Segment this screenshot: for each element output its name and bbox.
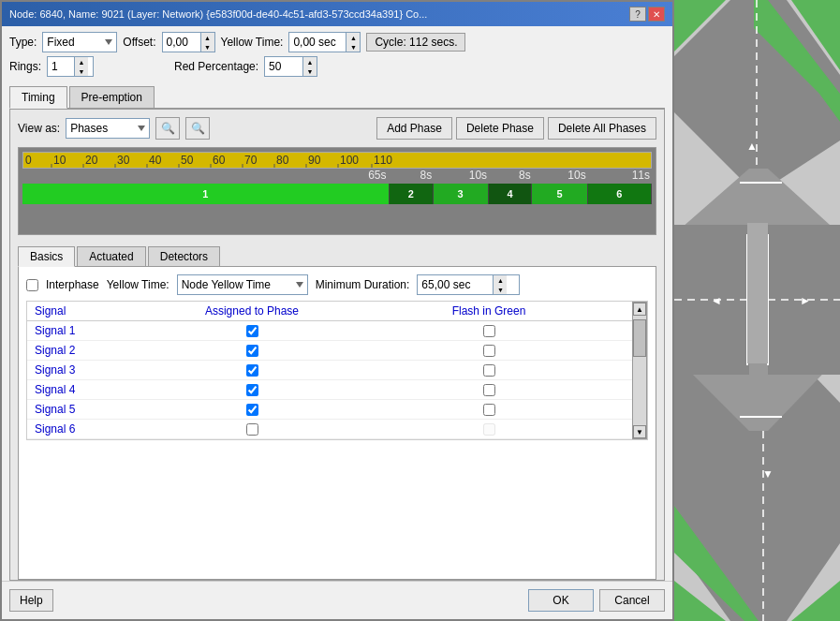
- phase-2[interactable]: 2: [390, 184, 434, 204]
- yellow-time-up[interactable]: ▲: [346, 33, 360, 42]
- min-duration-down[interactable]: ▼: [494, 285, 507, 294]
- timeline-empty: [22, 204, 652, 230]
- tab-basics[interactable]: Basics: [18, 246, 75, 267]
- offset-input[interactable]: [163, 33, 200, 52]
- window-title: Node: 6840, Name: 9021 (Layer: Network) …: [9, 8, 427, 20]
- signal-4-assigned[interactable]: [246, 384, 258, 396]
- view-as-select[interactable]: Phases Signals: [66, 118, 150, 139]
- scroll-up-btn[interactable]: ▲: [633, 303, 646, 316]
- svg-text:60: 60: [213, 154, 226, 167]
- phase-6[interactable]: 6: [588, 184, 652, 204]
- svg-text:►: ►: [800, 294, 811, 307]
- tab-detectors[interactable]: Detectors: [148, 246, 220, 266]
- zoom-in-icon: 🔍: [161, 122, 175, 135]
- signal-6-assigned[interactable]: [246, 423, 258, 436]
- svg-text:90: 90: [308, 154, 321, 167]
- zoom-out-icon: 🔍: [191, 122, 205, 135]
- intersection-graphic: ▲ ▼ ◄ ►: [674, 0, 840, 621]
- table-scrollbar[interactable]: ▲ ▼: [632, 302, 647, 439]
- signal-3-assigned[interactable]: [246, 364, 258, 377]
- offset-label: Offset:: [123, 36, 155, 49]
- svg-text:110: 110: [374, 154, 392, 167]
- interphase-checkbox[interactable]: [26, 279, 38, 291]
- tab-timing[interactable]: Timing: [9, 86, 67, 109]
- type-label: Type:: [9, 36, 37, 49]
- yellow-time-input[interactable]: [289, 33, 346, 52]
- signal-2-assigned[interactable]: [246, 345, 258, 357]
- add-phase-btn[interactable]: Add Phase: [376, 117, 452, 140]
- interphase-label: Interphase: [46, 278, 99, 291]
- signal-1-flash[interactable]: [483, 325, 495, 337]
- min-duration-up[interactable]: ▲: [494, 275, 507, 285]
- svg-text:40: 40: [149, 154, 162, 167]
- phase-1[interactable]: 1: [22, 184, 390, 204]
- signal-table-wrapper: Signal Assigned to Phase Flash in Green …: [26, 301, 648, 440]
- min-duration-input[interactable]: [418, 275, 493, 294]
- tab-actuated[interactable]: Actuated: [77, 246, 145, 266]
- signal-3-name: Signal 3: [35, 363, 75, 377]
- col-signal: Signal: [27, 302, 158, 321]
- signal-5-assigned[interactable]: [246, 404, 258, 416]
- signal-2-flash[interactable]: [483, 345, 495, 357]
- table-row: Signal 4: [27, 380, 632, 400]
- cancel-btn[interactable]: Cancel: [599, 589, 665, 612]
- zoom-in-btn[interactable]: 🔍: [155, 117, 180, 140]
- duration-labels: 65s 8s 10s 8s 10s 11s: [22, 169, 652, 184]
- view-as-label: View as:: [18, 122, 60, 135]
- svg-text:10: 10: [53, 154, 66, 167]
- close-title-btn[interactable]: ✕: [648, 7, 665, 22]
- ok-btn[interactable]: OK: [528, 589, 594, 612]
- delete-phase-btn[interactable]: Delete Phase: [456, 117, 544, 140]
- signal-4-name: Signal 4: [35, 383, 75, 396]
- delete-all-phases-btn[interactable]: Delete All Phases: [548, 117, 656, 140]
- scroll-down-btn[interactable]: ▼: [633, 425, 646, 438]
- svg-text:▲: ▲: [746, 140, 758, 153]
- red-pct-up[interactable]: ▲: [303, 57, 317, 67]
- yellow-time-spinbox[interactable]: ▲ ▼: [288, 32, 361, 52]
- help-btn[interactable]: Help: [9, 589, 53, 612]
- col-assigned: Assigned to Phase: [158, 302, 346, 321]
- side-panel: ▲ ▼ ◄ ►: [674, 0, 840, 621]
- yellow-time-select[interactable]: Node Yellow Time: [177, 274, 308, 295]
- tab-pre-emption[interactable]: Pre-emption: [69, 86, 155, 108]
- help-title-btn[interactable]: ?: [629, 7, 646, 22]
- signal-5-flash[interactable]: [483, 404, 495, 416]
- min-duration-label: Minimum Duration:: [316, 278, 410, 291]
- phase-3[interactable]: 3: [434, 184, 489, 204]
- rings-down[interactable]: ▼: [75, 67, 88, 76]
- zoom-out-btn[interactable]: 🔍: [185, 117, 210, 140]
- svg-text:100: 100: [340, 154, 359, 167]
- phase-5[interactable]: 5: [532, 184, 587, 204]
- min-duration-spinbox[interactable]: ▲ ▼: [417, 274, 520, 295]
- col-flash: Flash in Green: [346, 302, 632, 321]
- svg-text:▼: ▼: [762, 467, 774, 481]
- table-row: Signal 6: [27, 420, 632, 439]
- rings-up[interactable]: ▲: [75, 57, 88, 67]
- red-pct-spinbox[interactable]: ▲ ▼: [264, 56, 317, 77]
- offset-down[interactable]: ▼: [201, 42, 214, 52]
- signal-4-flash[interactable]: [483, 384, 495, 396]
- signal-6-flash: [483, 423, 495, 436]
- signal-1-assigned[interactable]: [246, 325, 258, 337]
- svg-text:50: 50: [181, 154, 194, 167]
- signal-table: Signal Assigned to Phase Flash in Green …: [27, 302, 632, 439]
- svg-text:80: 80: [276, 154, 289, 167]
- table-row: Signal 3: [27, 361, 632, 380]
- offset-spinbox[interactable]: ▲ ▼: [162, 32, 215, 52]
- red-pct-down[interactable]: ▼: [303, 67, 317, 76]
- table-row: Signal 1: [27, 321, 632, 341]
- title-bar: Node: 6840, Name: 9021 (Layer: Network) …: [2, 2, 672, 26]
- rings-input[interactable]: [48, 57, 74, 76]
- yellow-time-down[interactable]: ▼: [346, 42, 360, 52]
- type-select[interactable]: Fixed: [42, 32, 117, 52]
- phase-4[interactable]: 4: [489, 184, 533, 204]
- red-pct-input[interactable]: [265, 57, 302, 76]
- offset-up[interactable]: ▲: [201, 33, 214, 42]
- scroll-thumb[interactable]: [633, 319, 646, 357]
- basics-content: Interphase Yellow Time: Node Yellow Time…: [18, 267, 656, 580]
- red-pct-label: Red Percentage:: [174, 60, 258, 73]
- svg-text:0: 0: [25, 154, 32, 167]
- rings-label: Rings:: [9, 60, 41, 73]
- signal-3-flash[interactable]: [483, 364, 495, 377]
- rings-spinbox[interactable]: ▲ ▼: [47, 56, 94, 77]
